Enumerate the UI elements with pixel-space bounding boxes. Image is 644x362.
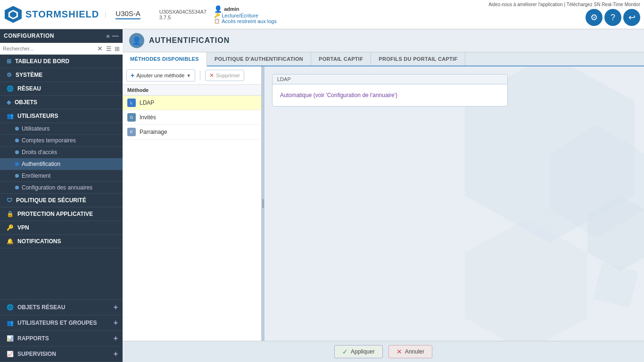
supervision-icon: 📈 [7,351,14,357]
vpn-icon: 🔑 [7,224,14,231]
objets-reseau-label: OBJETS RÉSEAU [17,304,65,311]
add-chevron-icon: ▼ [186,73,191,78]
cancel-label: Annuler [405,348,424,355]
header-right: Aidez-nous à améliorer l'application | T… [485,0,644,29]
rapports-label: RAPPORTS [17,335,49,342]
invites-icon: G [127,113,136,122]
logo-area: STORMSHIELD | U30S-A [5,6,140,23]
objets-reseau-left: 🌐 OBJETS RÉSEAU [7,304,65,311]
utilisateurs-sub-label: Utilisateurs [22,125,50,132]
sidebar-bottom-rapports[interactable]: 📊 RAPPORTS + [0,331,123,346]
comptes-label: Comptes temporaires [22,137,76,144]
user-icon: 👤 [214,5,222,13]
sidebar-header: CONFIGURATION « — [0,29,123,43]
sidebar-item-notifications[interactable]: 🔔 NOTIFICATIONS [0,235,123,248]
reseau-icon: 🌐 [7,85,14,92]
sidebar-subitem-comptes[interactable]: Comptes temporaires [0,135,123,147]
sidebar-item-protection-app[interactable]: 🔒 PROTECTION APPLICATIVE [0,207,123,221]
sidebar-item-politique-sec[interactable]: 🛡 POLITIQUE DE SÉCURITÉ [0,194,123,207]
utilisateurs-icon: 👥 [7,113,14,119]
systeme-label: SYSTÈME [16,72,42,78]
objets-icon: ◈ [7,99,11,106]
sidebar-item-vpn[interactable]: 🔑 VPN [0,221,123,235]
apply-check-icon: ✓ [342,348,348,355]
method-item-ldap[interactable]: L LDAP [123,96,261,110]
notifications-icon: 🔔 [7,238,14,245]
minimize-icon[interactable]: — [112,32,119,40]
sidebar-bottom-utilisateurs-groupes[interactable]: 👥 UTILISATEURS ET GROUPES + [0,315,123,331]
protection-app-label: PROTECTION APPLICATIVE [17,211,93,217]
collapse-icon[interactable]: « [106,32,110,40]
notifications-label: NOTIFICATIONS [17,238,61,245]
tableau-label: TABLEAU DE BORD [15,58,69,65]
tab-content: + Ajouter une méthode ▼ ✕ Supprimer Méth… [123,66,644,341]
logo-text: STORMSHIELD [25,9,99,20]
ldap-icon: L [127,99,136,107]
methods-toolbar: + Ajouter une méthode ▼ ✕ Supprimer [123,66,261,85]
sidebar-item-utilisateurs[interactable]: 👥 UTILISATEURS [0,109,123,123]
tab-politique[interactable]: POLITIQUE D'AUTHENTIFICATION [207,52,311,66]
sidebar-subitem-enrolement[interactable]: Enrôlement [0,170,123,182]
log-icon: 📋 [214,18,220,24]
apply-button[interactable]: ✓ Appliquer [334,345,383,358]
detail-panel: LDAP Automatique (voir 'Configuration de… [264,66,644,341]
tab-profils-portail[interactable]: PROFILS DU PORTAIL CAPTIF [371,52,465,66]
help-icon[interactable]: ? [604,9,621,26]
sidebar-subitem-config-annuaires[interactable]: Configuration des annuaires [0,182,123,194]
sidebar-item-systeme[interactable]: ⚙ SYSTÈME [0,68,123,82]
toolbar-separator [200,71,200,80]
rapports-plus-icon[interactable]: + [114,334,118,343]
page-title: AUTHENTIFICATION [149,36,230,45]
search-bar: ✕ ☰ ⊞ [0,43,123,55]
sidebar-item-tableau[interactable]: ⊞ TABLEAU DE BORD [0,55,123,68]
sidebar-subitem-authentification[interactable]: Authentification [0,158,123,170]
cancel-button[interactable]: ✕ Annuler [388,345,432,358]
add-method-label: Ajouter une méthode [136,73,184,78]
sidebar-bottom-objets-reseau[interactable]: 🌐 OBJETS RÉSEAU + [0,300,123,315]
cancel-x-icon: ✕ [396,348,402,355]
list-view-icon[interactable]: ☰ [106,45,112,52]
sidebar-item-objets[interactable]: ◈ OBJETS [0,96,123,109]
settings-icon[interactable]: ⚙ [586,9,603,26]
auth-label: Authentification [22,161,60,167]
search-input[interactable] [3,46,95,51]
objets-label: OBJETS [15,99,37,106]
utilisateurs-groupes-plus-icon[interactable]: + [114,319,118,327]
device-info: U30SXA04C5534A7 3.7.5 [159,9,206,20]
supervision-plus-icon[interactable]: + [114,350,118,358]
delete-x-icon: ✕ [209,72,214,79]
config-annuaires-label: Configuration des annuaires [22,184,92,191]
objets-reseau-plus-icon[interactable]: + [114,303,118,312]
delete-method-button[interactable]: ✕ Supprimer [205,70,244,81]
ldap-label: LDAP [140,99,154,106]
device-name: U30S-A [116,9,140,19]
sidebar-subitem-droits[interactable]: Droits d'accès [0,147,123,158]
tab-portail[interactable]: PORTAIL CAPTIF [311,52,371,66]
help-text: Aidez-nous à améliorer l'application | T… [485,0,644,8]
add-plus-icon: + [131,72,134,79]
sidebar-bottom-supervision[interactable]: 📈 SUPERVISION + [0,346,123,362]
ldap-config-link[interactable]: Automatique (voir 'Configuration de l'an… [280,92,397,99]
app-version: 3.7.5 [159,15,206,20]
supervision-label: SUPERVISION [17,351,56,357]
sidebar-menu: ⊞ TABLEAU DE BORD ⚙ SYSTÈME 🌐 RÉSEAU ◈ O… [0,55,123,299]
tab-methodes[interactable]: MÉTHODES DISPONIBLES [123,52,207,66]
systeme-icon: ⚙ [7,72,12,78]
page-header: 👤 AUTHENTIFICATION [123,29,644,52]
access-mode-link[interactable]: Lecture/Ecriture [222,13,258,18]
method-item-invites[interactable]: G Invités [123,110,261,125]
method-list: L LDAP G Invités P Parrainage [123,96,261,341]
grid-view-icon[interactable]: ⊞ [115,45,120,52]
clear-search-icon[interactable]: ✕ [97,45,103,52]
method-item-parrainage[interactable]: P Parrainage [123,125,261,140]
logout-icon[interactable]: ↩ [623,9,640,26]
sidebar-subitem-utilisateurs[interactable]: Utilisateurs [0,123,123,135]
objets-reseau-icon: 🌐 [7,304,14,311]
vpn-label: VPN [17,224,29,231]
page-header-icon: 👤 [129,33,144,48]
sidebar-item-reseau[interactable]: 🌐 RÉSEAU [0,82,123,96]
access-logs-link[interactable]: Accès restreint aux logs [222,18,277,24]
add-method-button[interactable]: + Ajouter une méthode ▼ [126,69,195,82]
sidebar-header-icons: « — [106,32,119,40]
parrainage-icon: P [127,128,136,136]
